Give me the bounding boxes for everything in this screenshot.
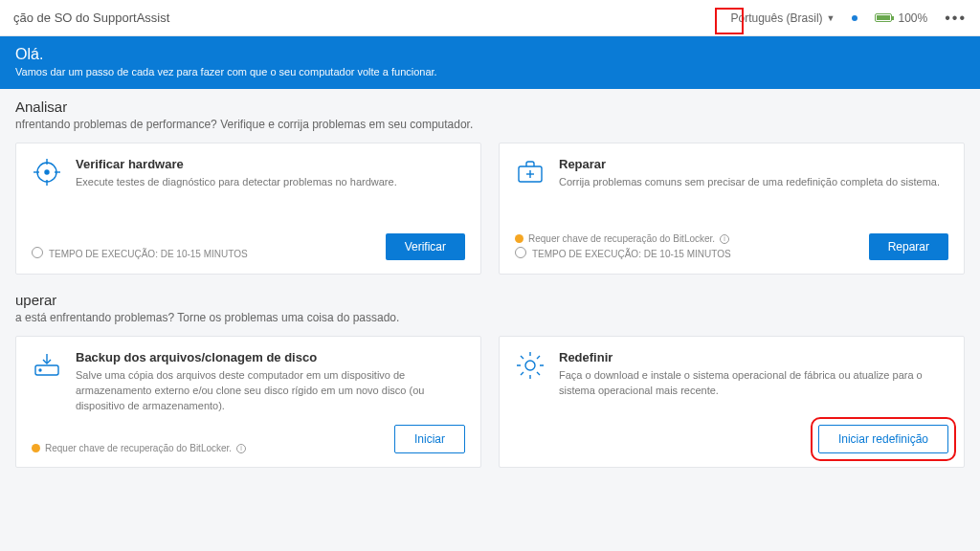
backup-start-button[interactable]: Iniciar [394, 425, 465, 453]
card-verify-title: Verificar hardware [76, 157, 397, 171]
card-repair-title: Reparar [559, 157, 940, 171]
topbar: ção de SO do SupportAssist Português (Br… [0, 0, 980, 36]
clock-icon [515, 247, 527, 260]
card-repair-desc: Corrija problemas comuns sem precisar de… [559, 175, 940, 190]
info-icon[interactable]: i [236, 444, 246, 453]
section-recover-title: uperar [15, 292, 965, 308]
language-label: Português (Brasil) [731, 11, 823, 25]
gear-reset-icon [515, 350, 546, 381]
svg-point-5 [45, 170, 49, 174]
battery-status: 100% [875, 11, 927, 25]
chevron-down-icon: ▼ [827, 13, 835, 23]
repair-button[interactable]: Reparar [869, 233, 948, 260]
section-recover-sub: a está enfrentando problemas? Torne os p… [15, 311, 965, 324]
card-repair-time: TEMPO DE EXECUÇÃO: DE 10-15 MINUTOS [532, 249, 731, 259]
card-reset-desc: Faça o download e instale o sistema oper… [559, 368, 948, 399]
battery-percent: 100% [898, 11, 927, 25]
card-verify-desc: Execute testes de diagnóstico para detec… [76, 175, 397, 190]
hero-sub: Vamos dar um passo de cada vez para faze… [15, 66, 965, 77]
reset-start-button[interactable]: Iniciar redefinição [818, 425, 948, 453]
section-analyze: Analisar nfrentando problemas de perform… [15, 99, 965, 275]
warn-icon [32, 444, 40, 452]
language-selector[interactable]: Português (Brasil) ▼ [731, 11, 835, 25]
status-indicator-icon [852, 15, 858, 21]
card-repair-bitlocker: Requer chave de recuperação do BitLocker… [528, 233, 715, 244]
hero-greeting: Olá. [15, 46, 965, 63]
firstaid-icon [515, 157, 546, 187]
svg-point-10 [39, 369, 41, 371]
app-title: ção de SO do SupportAssist [13, 11, 169, 25]
hero-banner: Olá. Vamos dar um passo de cada vez para… [0, 36, 980, 89]
card-backup-bitlocker: Requer chave de recuperação do BitLocker… [45, 443, 232, 453]
warn-icon [515, 234, 523, 243]
card-reset-title: Redefinir [559, 350, 948, 364]
section-analyze-sub: nfrentando problemas de performance? Ver… [15, 118, 965, 131]
clock-icon [32, 247, 44, 260]
crosshair-icon [32, 157, 62, 187]
info-icon[interactable]: i [720, 234, 729, 244]
card-verify-time: TEMPO DE EXECUÇÃO: DE 10-15 MINUTOS [49, 249, 248, 259]
more-menu-icon[interactable]: ••• [945, 10, 967, 27]
section-recover: uperar a está enfrentando problemas? Tor… [15, 292, 965, 468]
card-repair: Reparar Corrija problemas comuns sem pre… [499, 143, 965, 275]
battery-icon [875, 13, 892, 22]
card-backup: Backup dos arquivos/clonagem de disco Sa… [15, 336, 481, 468]
card-backup-title: Backup dos arquivos/clonagem de disco [76, 350, 465, 364]
card-reset: Redefinir Faça o download e instale o si… [499, 336, 965, 468]
verify-button[interactable]: Verificar [386, 233, 465, 260]
drive-arrow-icon [32, 350, 62, 381]
card-backup-desc: Salve uma cópia dos arquivos deste compu… [76, 368, 465, 414]
card-verify-hardware: Verificar hardware Execute testes de dia… [15, 143, 481, 275]
section-analyze-title: Analisar [15, 99, 965, 115]
svg-point-11 [525, 361, 535, 370]
